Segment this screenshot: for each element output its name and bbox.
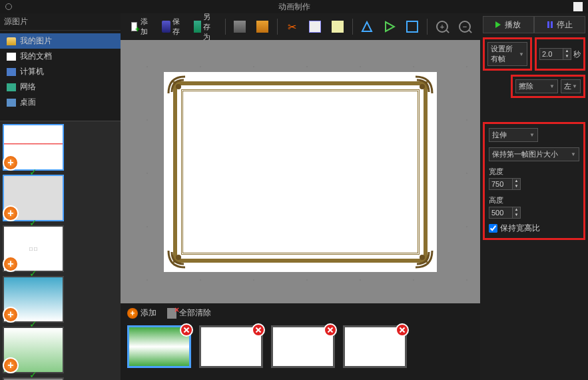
frame-thumb[interactable] [343,325,407,368]
width-input[interactable] [489,178,513,190]
svg-point-0 [176,84,181,89]
stop-button[interactable]: 停止 [534,16,585,33]
height-label: 高度 [489,194,579,207]
zoom-in-icon: + [436,21,448,33]
source-thumb[interactable]: +✓ [3,327,64,373]
keep-size-dropdown[interactable]: 保持第一帧图片大小▼ [489,147,579,161]
tree-item-computer[interactable]: 计算机 [0,64,121,79]
document-icon [7,53,16,61]
chevron-down-icon: ▼ [519,51,524,57]
print-icon [234,21,246,33]
canvas[interactable] [121,40,480,303]
frame-thumb[interactable] [199,325,263,368]
spin-down[interactable]: ▼ [563,54,571,59]
corner-ornament-icon [409,244,436,271]
chevron-down-icon: ▼ [549,83,555,89]
frame-thumb[interactable] [271,325,335,368]
spin-down[interactable]: ▼ [513,213,520,218]
titlebar: 动画制作 [0,0,588,13]
copy-button[interactable] [305,18,325,35]
delete-frame-button[interactable] [252,323,265,337]
add-icon[interactable]: + [3,307,19,323]
tree-item-documents[interactable]: 我的文档 [0,49,121,64]
window-doc-icon[interactable] [573,2,583,11]
transition-dropdown[interactable]: 擦除▼ [515,79,558,93]
corner-ornament-icon [165,244,192,271]
tree-label: 桌面 [20,97,36,108]
play-icon [495,21,501,28]
chevron-down-icon: ▼ [529,132,535,138]
svg-point-3 [420,255,425,260]
scissors-icon: ✂ [286,21,298,33]
add-icon [130,21,139,33]
add-button[interactable]: 添加 [126,14,155,39]
spin-up[interactable]: ▲ [513,179,520,184]
seconds-label: 秒 [573,48,581,61]
delete-frame-button[interactable] [180,323,193,337]
corner-ornament-icon [409,73,436,100]
add-icon[interactable]: + [3,357,19,373]
source-thumb[interactable]: □ □+✓ [3,225,64,272]
source-panel-header: 源图片 [0,13,121,31]
folder-tree: 我的图片 我的文档 计算机 网络 桌面 [0,31,121,113]
pause-icon [547,21,553,28]
add-icon[interactable]: + [3,205,19,221]
width-field[interactable]: ▲▼ [489,178,526,190]
source-thumb[interactable]: +✓ [3,175,64,221]
zoom-in-button[interactable]: + [432,18,452,35]
tree-item-pictures[interactable]: 我的图片 [0,33,121,49]
play-button[interactable] [380,18,400,35]
spin-up[interactable]: ▲ [563,49,571,54]
spin-down[interactable]: ▼ [513,184,520,189]
triangle-icon [361,21,373,33]
zoom-out-button[interactable]: − [455,18,475,35]
frames-strip: +添加 全部清除 [121,303,480,380]
clear-icon [167,308,176,319]
tree-item-network[interactable]: 网络 [0,79,121,95]
delete-frame-button[interactable] [324,323,337,337]
direction-dropdown[interactable]: 左▼ [561,79,581,93]
source-thumbnails: +✓ +✓ □ □+✓ +✓ +✓ +✓ 了号 网址+✓ +✓ ↓✓ ✓ [0,121,121,380]
frame-thumb[interactable] [127,325,191,368]
add-icon[interactable]: + [3,155,19,171]
print-button[interactable] [230,18,250,35]
save-as-button[interactable]: 另存为 [190,9,220,45]
keep-ratio-input[interactable] [489,224,497,233]
crop-button[interactable] [402,18,422,35]
keep-ratio-checkbox[interactable]: 保持宽高比 [489,223,579,234]
properties-panel: 播放 停止 设置所有帧▼ ▲▼ 秒 擦除▼ 左▼ 拉伸▼ 保持第一帧图片大小▼ … [480,13,588,380]
paste-button[interactable] [328,18,348,35]
mail-button[interactable] [252,18,272,35]
tree-label: 计算机 [20,66,44,77]
interval-input[interactable] [539,48,563,60]
svg-point-1 [420,84,425,89]
play-button[interactable]: 播放 [483,16,534,33]
center-panel: 添加 保存 另存为 ✂ + − [121,13,480,380]
tree-label: 我的文档 [20,51,52,62]
mail-icon [256,21,268,33]
height-input[interactable] [489,207,513,219]
interval-field[interactable]: ▲▼ [539,48,571,60]
strip-clear-all-button[interactable]: 全部清除 [167,307,211,319]
source-thumb[interactable]: +✓ [3,377,64,380]
save-button[interactable]: 保存 [158,14,187,39]
play-triangle-icon [384,21,396,33]
save-as-icon [194,21,201,33]
disk-icon [162,21,170,33]
delete-frame-button[interactable] [396,323,409,337]
height-field[interactable]: ▲▼ [489,207,526,219]
cut-button[interactable]: ✂ [282,18,302,35]
zoom-out-icon: − [459,21,471,33]
source-thumb[interactable]: +✓ [3,276,64,323]
strip-add-button[interactable]: +添加 [127,307,156,319]
spin-up[interactable]: ▲ [513,207,520,213]
flip-button[interactable] [357,18,377,35]
frame-scope-dropdown[interactable]: 设置所有帧▼ [487,42,527,66]
paste-icon [332,21,344,33]
source-thumb[interactable]: +✓ [3,124,64,171]
stretch-dropdown[interactable]: 拉伸▼ [489,128,538,142]
add-icon[interactable]: + [3,256,19,272]
app-logo-icon [5,3,12,10]
tree-item-desktop[interactable]: 桌面 [0,95,121,110]
corner-ornament-icon [165,73,192,100]
